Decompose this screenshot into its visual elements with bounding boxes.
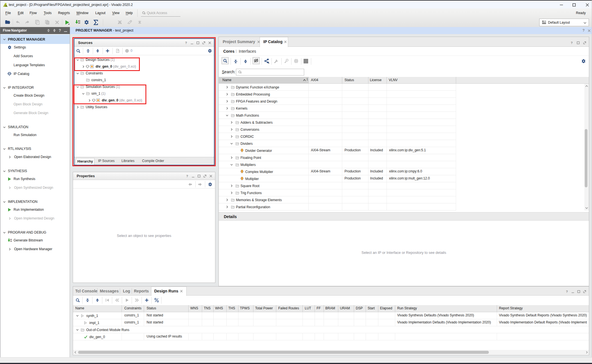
svg-text:10: 10 xyxy=(10,240,12,242)
svg-text:10: 10 xyxy=(78,22,80,24)
